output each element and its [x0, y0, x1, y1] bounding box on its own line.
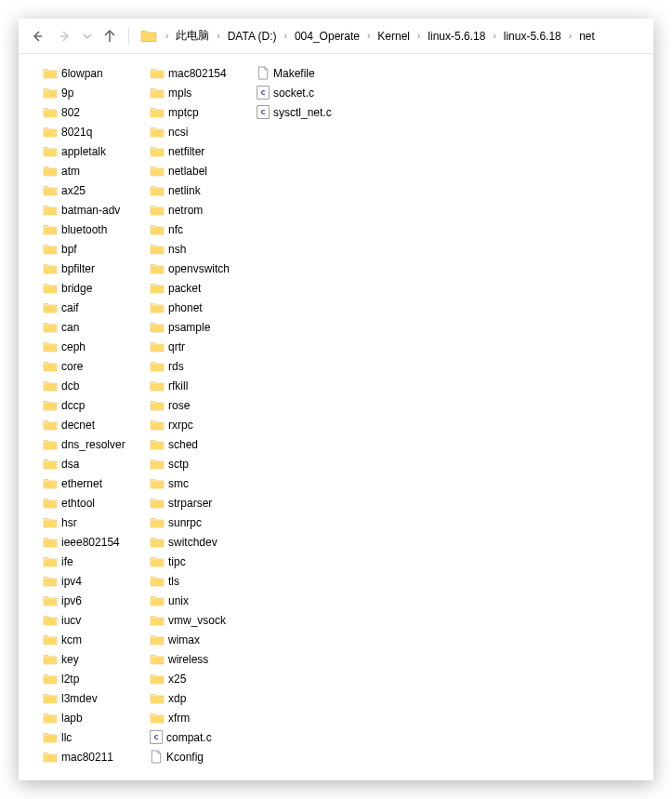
- folder-item[interactable]: mpls: [148, 83, 255, 102]
- folder-item[interactable]: ethtool: [41, 493, 148, 513]
- folder-item[interactable]: kcm: [41, 630, 148, 649]
- folder-item[interactable]: switchdev: [148, 532, 255, 552]
- folder-item[interactable]: openvswitch: [148, 259, 255, 278]
- folder-item[interactable]: psample: [148, 317, 255, 337]
- folder-item[interactable]: ethernet: [41, 473, 148, 493]
- folder-item[interactable]: rose: [148, 395, 255, 415]
- folder-item[interactable]: 6lowpan: [41, 63, 148, 83]
- folder-item[interactable]: rfkill: [148, 376, 255, 395]
- folder-item[interactable]: netlabel: [148, 161, 255, 180]
- breadcrumb-item[interactable]: 此电脑: [173, 23, 212, 49]
- folder-item[interactable]: ceph: [41, 337, 148, 356]
- folder-item[interactable]: iucv: [41, 610, 148, 630]
- breadcrumb-item[interactable]: linux-5.6.18: [501, 23, 564, 49]
- folder-item[interactable]: mac802154: [148, 63, 255, 83]
- folder-item[interactable]: hsr: [41, 513, 148, 532]
- breadcrumb[interactable]: › 此电脑 › DATA (D:) › 004_Operate › Kernel…: [135, 19, 598, 53]
- folder-item[interactable]: dcb: [41, 376, 148, 395]
- folder-item[interactable]: sunrpc: [148, 513, 255, 532]
- breadcrumb-chevron[interactable]: ›: [413, 31, 425, 41]
- folder-item[interactable]: rxrpc: [148, 415, 255, 434]
- item-label: ieee802154: [61, 536, 120, 549]
- folder-item[interactable]: smc: [148, 473, 255, 493]
- folder-item[interactable]: key: [41, 649, 148, 669]
- folder-item[interactable]: ipv4: [41, 571, 148, 591]
- folder-item[interactable]: llc: [41, 727, 148, 747]
- forward-button[interactable]: [52, 23, 78, 49]
- folder-item[interactable]: x25: [148, 669, 255, 688]
- folder-item[interactable]: ipv6: [41, 591, 148, 610]
- back-button[interactable]: [24, 23, 50, 49]
- folder-item[interactable]: sctp: [148, 454, 255, 473]
- folder-item[interactable]: mptcp: [148, 102, 255, 122]
- folder-item[interactable]: appletalk: [41, 141, 148, 161]
- folder-item[interactable]: ife: [41, 552, 148, 571]
- folder-item[interactable]: wimax: [148, 630, 255, 649]
- folder-item[interactable]: batman-adv: [41, 200, 148, 220]
- folder-item[interactable]: unix: [148, 591, 255, 610]
- folder-item[interactable]: nfc: [148, 220, 255, 239]
- folder-item[interactable]: 8021q: [41, 122, 148, 141]
- folder-item[interactable]: sched: [148, 434, 255, 454]
- folder-item[interactable]: 802: [41, 102, 148, 122]
- breadcrumb-chevron[interactable]: ›: [212, 31, 224, 41]
- breadcrumb-chevron[interactable]: ›: [161, 31, 173, 41]
- folder-item[interactable]: qrtr: [148, 337, 255, 356]
- folder-item[interactable]: atm: [41, 161, 148, 180]
- folder-item[interactable]: dsa: [41, 454, 148, 473]
- breadcrumb-chevron[interactable]: ›: [280, 31, 292, 41]
- folder-item[interactable]: l3mdev: [41, 688, 148, 708]
- folder-item[interactable]: 9p: [41, 83, 148, 102]
- folder-item[interactable]: ncsi: [148, 122, 255, 141]
- folder-item[interactable]: bpf: [41, 239, 148, 259]
- folder-item[interactable]: decnet: [41, 415, 148, 434]
- breadcrumb-item[interactable]: net: [576, 23, 598, 49]
- folder-item[interactable]: bridge: [41, 278, 148, 298]
- folder-item[interactable]: nsh: [148, 239, 255, 259]
- breadcrumb-item[interactable]: 004_Operate: [292, 23, 362, 49]
- folder-item[interactable]: netfilter: [148, 141, 255, 161]
- item-label: mptcp: [168, 106, 199, 119]
- up-button[interactable]: [97, 23, 123, 49]
- file-item[interactable]: ccompat.c: [148, 727, 255, 747]
- breadcrumb-item[interactable]: DATA (D:): [225, 23, 280, 49]
- folder-item[interactable]: dns_resolver: [41, 434, 148, 454]
- breadcrumb-chevron[interactable]: ›: [362, 31, 375, 41]
- file-item[interactable]: Makefile: [255, 63, 362, 83]
- folder-item[interactable]: caif: [41, 298, 148, 317]
- separator: [128, 27, 129, 46]
- folder-item[interactable]: bluetooth: [41, 220, 148, 239]
- folder-item[interactable]: dccp: [41, 395, 148, 415]
- folder-item[interactable]: mac80211: [41, 747, 148, 766]
- file-item[interactable]: Kconfig: [148, 747, 255, 766]
- folder-item[interactable]: l2tp: [41, 669, 148, 688]
- folder-item[interactable]: core: [41, 356, 148, 376]
- folder-item[interactable]: can: [41, 317, 148, 337]
- folder-item[interactable]: lapb: [41, 708, 148, 727]
- folder-item[interactable]: vmw_vsock: [148, 610, 255, 630]
- folder-item[interactable]: xfrm: [148, 708, 255, 727]
- breadcrumb-chevron[interactable]: ›: [488, 31, 500, 41]
- folder-item[interactable]: xdp: [148, 688, 255, 708]
- folder-item[interactable]: phonet: [148, 298, 255, 317]
- breadcrumb-item[interactable]: Kernel: [375, 23, 413, 49]
- recent-button[interactable]: [80, 23, 95, 49]
- file-item[interactable]: csocket.c: [255, 83, 362, 102]
- file-list[interactable]: 6lowpan9p8028021qappletalkatmax25batman-…: [19, 54, 653, 780]
- breadcrumb-item[interactable]: linux-5.6.18: [425, 23, 488, 49]
- folder-item[interactable]: rds: [148, 356, 255, 376]
- folder-item[interactable]: tipc: [148, 552, 255, 571]
- file-item[interactable]: csysctl_net.c: [255, 102, 362, 122]
- folder-item[interactable]: wireless: [148, 649, 255, 669]
- folder-item[interactable]: netrom: [148, 200, 255, 220]
- folder-item[interactable]: packet: [148, 278, 255, 298]
- folder-item[interactable]: ax25: [41, 180, 148, 200]
- folder-item[interactable]: ieee802154: [41, 532, 148, 552]
- folder-icon: [150, 476, 165, 491]
- folder-item[interactable]: tls: [148, 571, 255, 591]
- folder-item[interactable]: strparser: [148, 493, 255, 513]
- folder-item[interactable]: netlink: [148, 180, 255, 200]
- breadcrumb-chevron[interactable]: ›: [564, 31, 576, 41]
- item-label: bridge: [61, 282, 92, 295]
- folder-item[interactable]: bpfilter: [41, 259, 148, 278]
